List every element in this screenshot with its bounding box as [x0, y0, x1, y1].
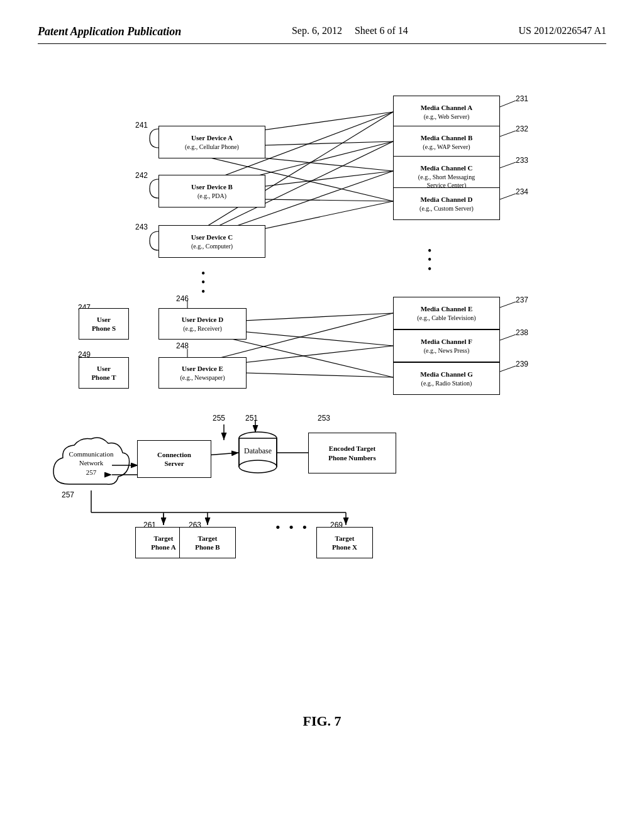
comm-network-label1: Communication — [69, 450, 114, 458]
header-date: Sep. 6, 2012 — [292, 25, 342, 36]
user-phone-t: User Phone T — [79, 357, 129, 389]
comm-network-label2: Network — [79, 459, 104, 467]
target-phone-b: Target Phone B — [179, 527, 236, 558]
page: Patent Application Publication Sep. 6, 2… — [0, 0, 644, 830]
dots-channels: ••• — [428, 246, 431, 274]
svg-line-28 — [500, 131, 516, 136]
ref-233: 233 — [516, 156, 528, 165]
user-device-d: User Device D (e.g., Receiver) — [158, 308, 247, 340]
svg-line-29 — [500, 162, 516, 168]
media-channel-a: Media Channel A (e.g., Web Server) — [393, 96, 500, 128]
user-device-a: User Device A (e.g., Cellular Phone) — [158, 126, 265, 158]
svg-line-27 — [500, 101, 516, 107]
ref-246: 246 — [176, 294, 189, 303]
svg-line-31 — [500, 302, 516, 307]
header-sheet: Sheet 6 of 14 — [355, 25, 408, 36]
ref-248: 248 — [176, 341, 189, 350]
ref-237: 237 — [516, 296, 528, 304]
media-channel-e: Media Channel E (e.g., Cable Television) — [393, 297, 500, 329]
ref-242: 242 — [135, 171, 148, 180]
database: Database — [233, 429, 283, 479]
encoded-phone-numbers: Encoded Target Phone Numbers — [308, 433, 396, 473]
user-phone-s: User Phone S — [79, 308, 129, 340]
ref-232: 232 — [516, 124, 528, 133]
ref-239: 239 — [516, 360, 528, 368]
header-date-sheet: Sep. 6, 2012 Sheet 6 of 14 — [292, 25, 408, 36]
dots-devices: ••• — [201, 269, 205, 296]
svg-line-33 — [500, 366, 516, 372]
media-channel-f: Media Channel F (e.g., News Press) — [393, 329, 500, 362]
connection-server: Connection Server — [137, 440, 211, 478]
figure-label: FIG. 7 — [38, 713, 606, 729]
database-label: Database — [244, 446, 272, 455]
svg-point-52 — [239, 460, 277, 473]
header-patent: US 2012/0226547 A1 — [518, 25, 606, 36]
ref-241: 241 — [135, 121, 148, 130]
comm-network: Communication Network 257 — [50, 434, 132, 497]
header-title: Patent Application Publication — [38, 25, 181, 38]
header: Patent Application Publication Sep. 6, 2… — [38, 25, 606, 44]
dots-phones: • • • — [275, 522, 309, 533]
ref-253: 253 — [318, 414, 330, 423]
ref-231: 231 — [516, 94, 528, 103]
media-channel-d: Media Channel D (e.g., Custom Server) — [393, 187, 500, 220]
comm-network-ref: 257 — [86, 468, 97, 476]
user-device-b: User Device B (e.g., PDA) — [158, 175, 265, 208]
media-channel-b: Media Channel B (e.g., WAP Server) — [393, 126, 500, 158]
svg-line-30 — [500, 194, 516, 199]
user-device-c: User Device C (e.g., Computer) — [158, 225, 265, 258]
ref-255: 255 — [213, 414, 225, 423]
svg-line-32 — [500, 335, 516, 340]
user-device-e: User Device E (e.g., Newspaper) — [158, 357, 247, 389]
target-phone-x: Target Phone X — [316, 527, 373, 558]
media-channel-g: Media Channel G (e.g., Radio Station) — [393, 362, 500, 395]
diagram: 231 232 233 234 237 238 239 241 242 243 … — [38, 75, 606, 755]
ref-243: 243 — [135, 223, 148, 231]
ref-251: 251 — [245, 414, 258, 423]
ref-234: 234 — [516, 187, 528, 196]
ref-238: 238 — [516, 328, 528, 337]
